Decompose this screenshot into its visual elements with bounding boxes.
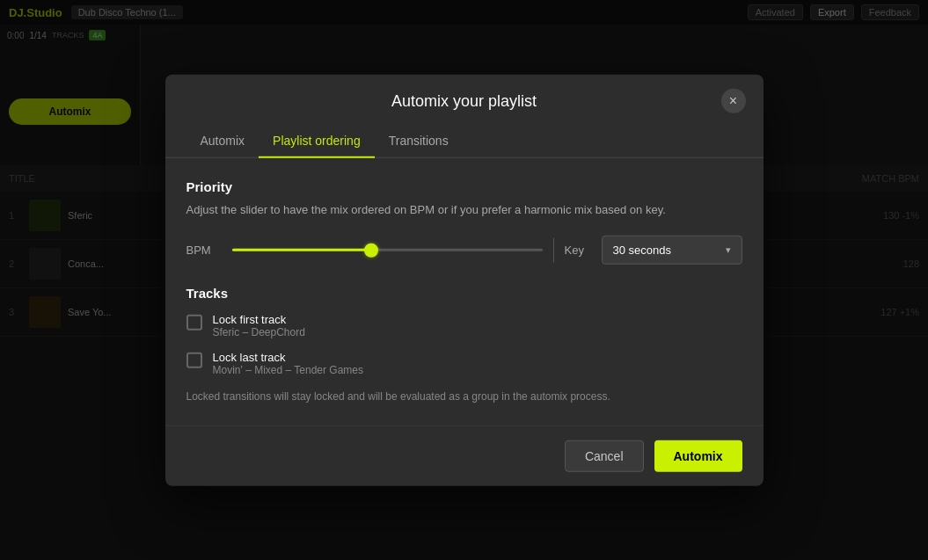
tab-transitions[interactable]: Transitions	[375, 124, 463, 157]
tab-playlist-ordering[interactable]: Playlist ordering	[259, 124, 375, 157]
modal-footer: Cancel Automix	[165, 425, 764, 486]
close-button[interactable]: ×	[721, 88, 746, 113]
modal-header: Automix your playlist ×	[165, 74, 764, 110]
automix-button[interactable]: Automix	[654, 440, 742, 472]
duration-dropdown[interactable]: 30 seconds ▾	[602, 236, 742, 265]
lock-last-track-label: Lock last track	[213, 351, 363, 364]
lock-first-track-label: Lock first track	[213, 313, 305, 326]
priority-description: Adjust the slider to have the mix ordere…	[186, 200, 742, 218]
modal-tabs: Automix Playlist ordering Transitions	[165, 124, 764, 157]
chevron-down-icon: ▾	[726, 244, 731, 256]
lock-first-track-info: Lock first track Sferic – DeepChord	[213, 313, 305, 338]
lock-first-track-artist: Sferic – DeepChord	[213, 326, 305, 338]
dropdown-value: 30 seconds	[613, 244, 672, 257]
slider-track	[232, 249, 543, 251]
slider-fill	[232, 249, 372, 251]
lock-last-track-artist: Movin' – Mixed – Tender Games	[213, 364, 363, 376]
priority-row: BPM Key 30 seconds ▾	[186, 236, 742, 265]
slider-thumb[interactable]	[364, 243, 378, 257]
locked-transitions-note: Locked transitions will stay locked and …	[186, 389, 742, 404]
priority-section: Priority Adjust the slider to have the m…	[186, 178, 742, 265]
lock-first-track-row: Lock first track Sferic – DeepChord	[186, 313, 742, 338]
lock-first-track-checkbox[interactable]	[186, 315, 202, 331]
slider-divider	[553, 237, 554, 262]
modal-title: Automix your playlist	[391, 91, 537, 110]
lock-last-track-checkbox[interactable]	[186, 353, 202, 368]
bpm-slider[interactable]	[232, 241, 543, 258]
lock-last-track-info: Lock last track Movin' – Mixed – Tender …	[213, 351, 363, 376]
automix-modal: Automix your playlist × Automix Playlist…	[165, 74, 764, 486]
tracks-section: Tracks Lock first track Sferic – DeepCho…	[186, 286, 742, 404]
priority-title: Priority	[186, 178, 742, 193]
tracks-section-title: Tracks	[186, 286, 742, 301]
key-label: Key	[565, 244, 591, 257]
bpm-label: BPM	[186, 244, 222, 257]
modal-body: Priority Adjust the slider to have the m…	[165, 157, 764, 425]
lock-last-track-row: Lock last track Movin' – Mixed – Tender …	[186, 351, 742, 376]
cancel-button[interactable]: Cancel	[565, 440, 644, 472]
tab-automix[interactable]: Automix	[186, 124, 259, 157]
